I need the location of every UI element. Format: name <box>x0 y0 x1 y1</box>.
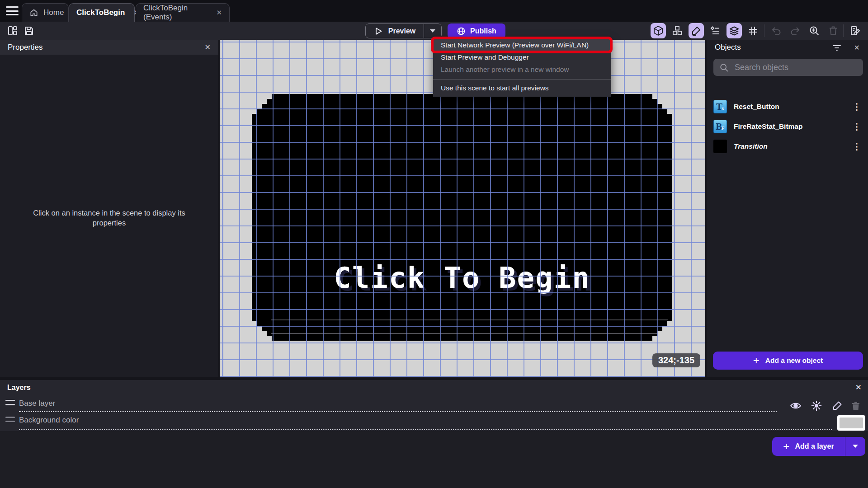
preview-dropdown-menu: Start Network Preview (Preview over WiFi… <box>433 38 611 97</box>
layer-delete-trash-icon[interactable] <box>849 399 863 413</box>
object-label: Transition <box>734 142 768 150</box>
menu-item-preview-debugger[interactable]: Start Preview and Debugger <box>433 51 611 63</box>
preview-button[interactable]: Preview <box>365 23 442 38</box>
delete-icon[interactable] <box>826 23 841 38</box>
object-menu-kebab-icon[interactable]: ⋮ <box>852 122 861 131</box>
objects-search-input[interactable] <box>735 63 857 72</box>
objects-filter-icon[interactable] <box>832 43 841 52</box>
undo-icon[interactable] <box>769 23 784 38</box>
add-layer-button[interactable]: + Add a layer <box>772 437 865 456</box>
layer-effects-icon[interactable] <box>810 399 823 413</box>
add-new-object-button[interactable]: + Add a new object <box>713 352 863 370</box>
tab-scene[interactable]: ClickToBegin ✕ <box>69 3 135 22</box>
object-label: FireRateStat_Bitmap <box>734 122 802 131</box>
object-menu-kebab-icon[interactable]: ⋮ <box>852 102 861 111</box>
layer-drag-handle[interactable] <box>5 417 15 422</box>
object-icon-letter-small: x <box>722 106 724 111</box>
properties-title: Properties <box>8 43 42 52</box>
object-label: Reset_Button <box>734 103 779 111</box>
toolbar-separator <box>764 24 764 37</box>
background-color-swatch[interactable] <box>837 415 865 431</box>
add-layer-label: Add a layer <box>795 442 834 450</box>
main-menu-icon[interactable] <box>6 6 19 15</box>
menu-item-network-preview[interactable]: Start Network Preview (Preview over WiFi… <box>433 39 611 51</box>
layer-edit-pencil-icon[interactable] <box>830 399 844 413</box>
plus-icon: + <box>783 441 789 452</box>
globe-icon <box>457 27 466 36</box>
view-3d-icon[interactable] <box>651 23 666 38</box>
edit-mode-icon[interactable] <box>689 23 704 38</box>
text-object-icon: Tx <box>713 100 727 113</box>
menu-item-new-window: Launch another preview in a new window <box>433 63 611 75</box>
preview-button-main[interactable]: Preview <box>366 24 424 38</box>
tab-home-label: Home <box>43 8 64 17</box>
object-row-fireratestat-bitmap[interactable]: BF FireRateStat_Bitmap ⋮ <box>707 117 868 136</box>
tab-events-close-icon[interactable]: ✕ <box>216 9 222 17</box>
home-icon <box>29 8 38 17</box>
scene-title-text[interactable]: Click To Begin <box>252 261 672 295</box>
add-object-label: Add a new object <box>765 357 823 365</box>
add-layer-button-main[interactable]: + Add a layer <box>772 441 845 452</box>
search-icon <box>719 63 729 72</box>
objects-header: Objects ✕ <box>707 40 868 55</box>
menu-divider <box>433 79 611 80</box>
game-scene-rect[interactable]: Click To Begin <box>252 94 672 341</box>
tab-events-label: ClickToBegin (Events) <box>143 4 208 22</box>
menu-item-use-scene[interactable]: Use this scene to start all previews <box>433 82 611 94</box>
instances-list-icon[interactable] <box>708 23 723 38</box>
toolbar-separator <box>843 24 844 37</box>
scene-decoration-line <box>271 333 668 334</box>
layers-panel: Layers ✕ Base layer Background color <box>0 380 868 431</box>
layer-drag-handle[interactable] <box>5 400 15 405</box>
layer-name-underline <box>19 411 777 412</box>
object-row-transition[interactable]: Transition ⋮ <box>707 136 868 156</box>
zoom-in-icon[interactable] <box>807 23 822 38</box>
layers-close-icon[interactable]: ✕ <box>855 383 862 392</box>
objects-title: Objects <box>715 43 741 52</box>
gdevelop-window: Home ClickToBegin ✕ ClickToBegin (Events… <box>0 0 868 488</box>
edit-events-icon[interactable] <box>848 23 863 38</box>
layer-visibility-eye-icon[interactable] <box>789 399 802 413</box>
tab-bar: Home ClickToBegin ✕ ClickToBegin (Events… <box>0 0 868 22</box>
properties-empty-hint: Click on an instance in the scene to dis… <box>17 208 201 228</box>
preview-label: Preview <box>388 27 415 35</box>
objects-panel: Objects ✕ Tx Reset_Button ⋮ BF FireRateS… <box>707 40 868 377</box>
tab-scene-label: ClickToBegin <box>76 8 125 17</box>
object-icon-letter-small: F <box>721 126 724 131</box>
grid-toggle-icon[interactable] <box>745 23 761 38</box>
layers-title: Layers <box>7 384 31 392</box>
cursor-coordinates-badge: 324;-135 <box>652 353 700 367</box>
layers-panel-icon[interactable] <box>726 23 742 38</box>
layer-name-base[interactable]: Base layer <box>19 399 55 408</box>
play-icon <box>374 27 383 36</box>
plus-icon: + <box>753 355 760 366</box>
object-row-reset-button[interactable]: Tx Reset_Button ⋮ <box>707 97 868 117</box>
objects-search-box[interactable] <box>713 59 863 76</box>
properties-header: Properties ✕ <box>0 40 218 55</box>
publish-label: Publish <box>470 27 496 35</box>
properties-panel: Properties ✕ Click on an instance in the… <box>0 40 218 377</box>
publish-button[interactable]: Publish <box>448 23 505 38</box>
add-layer-caret-icon[interactable] <box>845 437 865 456</box>
project-manager-icon[interactable] <box>5 23 20 38</box>
redo-icon[interactable] <box>788 23 803 38</box>
objects-group-icon[interactable] <box>670 23 685 38</box>
save-icon[interactable] <box>21 23 37 38</box>
bottom-background <box>0 431 868 488</box>
properties-close-icon[interactable]: ✕ <box>205 43 211 52</box>
layer-name-background[interactable]: Background color <box>19 416 79 425</box>
tab-events[interactable]: ClickToBegin (Events) ✕ <box>136 3 230 22</box>
layer-name-underline <box>19 429 832 430</box>
sprite-object-icon <box>713 140 727 153</box>
scene-decoration-line <box>271 319 668 320</box>
toolbar: Preview Publish <box>0 22 868 40</box>
bitmap-font-object-icon: BF <box>713 120 727 133</box>
object-menu-kebab-icon[interactable]: ⋮ <box>852 142 861 151</box>
tab-home[interactable]: Home <box>22 3 69 22</box>
preview-dropdown-caret[interactable] <box>424 24 441 38</box>
objects-close-icon[interactable]: ✕ <box>854 43 860 52</box>
